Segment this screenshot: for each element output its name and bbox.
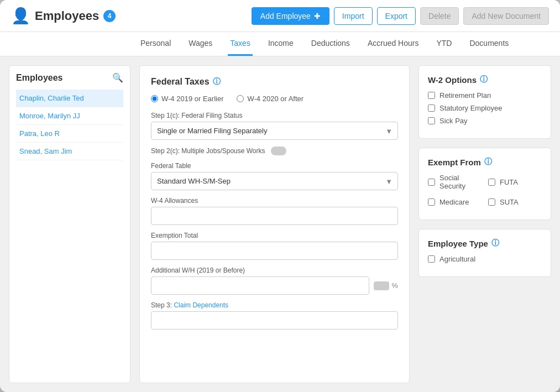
sick-pay-checkbox[interactable] [428,117,435,124]
header-title: Employees [35,9,99,23]
tab-personal[interactable]: Personal [138,32,173,56]
tab-deductions[interactable]: Deductions [309,32,352,56]
w2-sick-pay-row: Sick Pay [428,117,542,125]
import-button[interactable]: Import [334,7,373,25]
agricultural-row: Agricultural [428,255,542,263]
social-security-row: Social Security [428,174,482,190]
tab-income[interactable]: Income [266,32,296,56]
tab-taxes[interactable]: Taxes [228,32,253,56]
sick-pay-label: Sick Pay [439,117,468,125]
suta-label: SUTA [500,198,519,206]
futa-label: FUTA [500,178,518,186]
employee-list: Chaplin, Charlie Ted Monroe, Marilyn JJ … [16,90,123,160]
exempt-from-title: Exempt From ⓘ [428,157,542,167]
export-button[interactable]: Export [377,7,416,25]
step3-label: Step 3: Claim Dependents [151,301,398,309]
additional-wh-row: % [151,276,398,295]
tab-accrued-hours[interactable]: Accrued Hours [365,32,421,56]
step2c-label: Step 2(c): Multiple Jobs/Spouse Works [151,147,265,155]
exemption-total-input[interactable] [151,242,398,260]
step3-highlight: Claim Dependents [174,301,228,309]
additional-wh-input[interactable] [151,276,369,295]
employee-type-card: Employee Type ⓘ Agricultural [418,229,551,277]
statutory-employee-label: Statutory Employee [439,104,502,112]
add-employee-button[interactable]: Add Employee ✚ [252,7,329,25]
federal-taxes-title: Federal Taxes ⓘ [151,77,398,87]
radio-2020-input[interactable] [237,95,244,102]
suta-checkbox[interactable] [488,198,495,206]
percent-symbol: % [391,281,398,290]
tab-wages[interactable]: Wages [186,32,214,56]
employee-type-info-icon[interactable]: ⓘ [491,238,499,248]
filing-status-wrapper: Single or Married Filing Separately Marr… [151,122,398,140]
w2-statutory-row: Statutory Employee [428,104,542,112]
employee-item-patra[interactable]: Patra, Leo R [16,125,123,143]
medicare-label: Medicare [439,198,469,206]
federal-table-select[interactable]: Standard WH-S/M-Sep Standard WH-Married … [151,172,398,190]
center-panel: Federal Taxes ⓘ W-4 2019 or Earlier W-4 … [139,65,410,383]
agricultural-label: Agricultural [439,255,475,263]
w2-retirement-row: Retirement Plan [428,91,542,100]
delete-button: Delete [420,7,459,25]
w4-allowances-input[interactable] [151,207,398,225]
right-panels: W-2 Options ⓘ Retirement Plan Statutory … [418,65,551,383]
nav-tabs: Personal Wages Taxes Income Deductions A… [0,32,560,56]
statutory-employee-checkbox[interactable] [428,104,435,112]
w2-options-card: W-2 Options ⓘ Retirement Plan Statutory … [418,65,551,139]
retirement-plan-label: Retirement Plan [439,91,491,100]
radio-2019[interactable]: W-4 2019 or Earlier [151,95,223,103]
employee-item-monroe[interactable]: Monroe, Marilyn JJ [16,107,123,125]
futa-row: FUTA [488,174,542,190]
suta-row: SUTA [488,198,542,206]
agricultural-checkbox[interactable] [428,255,435,263]
employee-count-badge: 4 [103,10,116,22]
federal-table-wrapper: Standard WH-S/M-Sep Standard WH-Married … [151,172,398,190]
employee-type-title: Employee Type ⓘ [428,238,542,248]
w2-options-title: W-2 Options ⓘ [428,75,542,85]
exempt-from-grid: Social Security FUTA Medicare SUTA [428,174,542,211]
medicare-checkbox[interactable] [428,198,435,206]
plus-icon: ✚ [314,12,321,20]
step1c-label: Step 1(c): Federal Filing Status [151,112,398,119]
social-security-label: Social Security [439,174,482,190]
additional-wh-label: Additional W/H (2019 or Before) [151,266,398,274]
retirement-plan-checkbox[interactable] [428,92,435,99]
w2-options-info-icon[interactable]: ⓘ [480,75,488,85]
social-security-checkbox[interactable] [428,179,435,186]
percent-box: % [374,281,398,290]
sidebar-title: Employees [16,73,62,83]
radio-2020[interactable]: W-4 2020 or After [237,95,303,103]
sidebar-header: Employees 🔍 [16,72,123,83]
employee-item-snead[interactable]: Snead, Sam Jim [16,143,123,160]
person-icon: 👤 [11,7,30,25]
futa-checkbox[interactable] [488,179,495,186]
sidebar: Employees 🔍 Chaplin, Charlie Ted Monroe,… [9,65,130,383]
claim-dependents-input[interactable] [151,311,398,330]
main-content: Employees 🔍 Chaplin, Charlie Ted Monroe,… [0,56,560,392]
radio-2019-input[interactable] [151,95,158,102]
w4-version-radio-group: W-4 2019 or Earlier W-4 2020 or After [151,95,398,103]
header: 👤 Employees 4 Add Employee ✚ Import Expo… [0,0,560,32]
filing-status-select[interactable]: Single or Married Filing Separately Marr… [151,122,398,140]
step2c-row: Step 2(c): Multiple Jobs/Spouse Works [151,147,398,155]
federal-taxes-info-icon[interactable]: ⓘ [213,77,221,87]
exemption-total-label: Exemption Total [151,232,398,239]
app-window: 👤 Employees 4 Add Employee ✚ Import Expo… [0,0,560,392]
w4-allowances-label: W-4 Allowances [151,197,398,205]
tab-ytd[interactable]: YTD [434,32,454,56]
add-document-button: Add New Document [463,7,549,25]
header-left: 👤 Employees 4 [11,7,243,25]
exempt-from-info-icon[interactable]: ⓘ [484,157,492,167]
multiple-jobs-toggle[interactable] [271,147,286,155]
federal-table-label: Federal Table [151,162,398,170]
percent-toggle[interactable] [374,281,389,290]
tab-documents[interactable]: Documents [467,32,511,56]
employee-item-chaplin[interactable]: Chaplin, Charlie Ted [16,90,123,107]
header-actions: Add Employee ✚ Import Export Delete Add … [252,7,549,25]
medicare-row: Medicare [428,198,482,206]
search-button[interactable]: 🔍 [112,72,123,83]
exempt-from-card: Exempt From ⓘ Social Security FUTA Medic… [418,148,551,220]
